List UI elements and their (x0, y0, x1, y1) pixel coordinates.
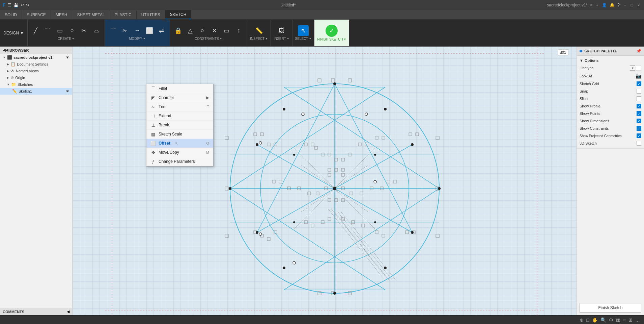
look-at-label: Look At (580, 74, 592, 78)
show-points-checkbox[interactable]: ✓ (637, 111, 641, 116)
scissors-icon[interactable]: ✂ (79, 25, 90, 36)
menu-item-fillet[interactable]: ⌒ Fillet (146, 84, 213, 93)
view-cube-icon[interactable]: □ (586, 317, 589, 323)
trim-icon[interactable]: ✁ (120, 25, 131, 36)
origin-status-icon[interactable]: ⊕ (580, 317, 584, 323)
finish-check-icon[interactable]: ✓ (326, 25, 338, 37)
palette-pin-icon[interactable]: 📌 (636, 49, 641, 53)
minimize-button[interactable]: − (622, 2, 628, 8)
tab-solid[interactable]: SOLID (0, 10, 22, 19)
grid-view-icon[interactable]: ▦ (616, 317, 620, 323)
canvas-area[interactable]: d01 (73, 47, 577, 315)
tab-surface[interactable]: SURFACE (22, 10, 51, 19)
show-constraints-checkbox[interactable]: ✓ (637, 126, 641, 131)
browser-item-doc-settings[interactable]: ▶ 📋 Document Settings (0, 61, 72, 68)
inspect-section-label[interactable]: INSPECT ▼ (250, 37, 268, 41)
browser-collapse-icon[interactable]: ◀◀ (3, 48, 8, 52)
line-icon[interactable]: ╱ (30, 25, 41, 36)
list-view-icon[interactable]: ≡ (623, 317, 626, 323)
browser-item-named-views[interactable]: ▶ 👁 Named Views (0, 68, 72, 74)
more-icon[interactable]: … (635, 317, 640, 323)
finish-sketch-palette-button[interactable]: Finish Sketch (580, 303, 641, 313)
zoom-icon[interactable]: 🔍 (600, 317, 606, 323)
rect2-icon[interactable]: ▭ (221, 25, 232, 36)
menu-item-break[interactable]: ⊥ Break (146, 121, 213, 130)
modify-section-label[interactable]: MODIFY ▼ (129, 37, 146, 41)
arrow2-icon[interactable]: ↕ (233, 25, 244, 36)
select-cursor-icon[interactable]: ↖ (298, 25, 309, 36)
save-icon[interactable]: 💾 (13, 3, 19, 7)
design-button[interactable]: DESIGN ▼ (0, 20, 28, 47)
account-icon[interactable]: 👤 (602, 3, 607, 7)
offset-icon[interactable]: ⬜ (144, 25, 155, 36)
arc-icon[interactable]: ⌒ (43, 25, 53, 36)
add-tab-icon[interactable]: ＋ (595, 2, 599, 8)
menu-item-offset[interactable]: ⬜ Offset ↖ O (146, 139, 213, 148)
svg-point-102 (384, 108, 387, 110)
tab-plastic[interactable]: PLASTIC (110, 10, 137, 19)
spline-icon[interactable]: ⌓ (91, 25, 102, 36)
insert-section-label[interactable]: INSERT ▼ (274, 37, 289, 41)
browser-item-project[interactable]: ▼ ⬛ sacredclockproject v1 👁 (0, 54, 72, 61)
browser-item-origin[interactable]: ▶ ⊕ Origin (0, 74, 72, 81)
fillet-icon[interactable]: ⌒ (108, 25, 118, 36)
settings-icon[interactable]: ⚙ (609, 317, 613, 323)
show-projected-checkbox[interactable]: ✓ (637, 133, 641, 138)
browser-item-sketches[interactable]: ▼ 📁 Sketches (0, 81, 72, 88)
menu-item-chamfer[interactable]: ◤ Chamfer ▶ (146, 93, 213, 102)
measure-icon[interactable]: 📏 (254, 25, 264, 36)
menu-item-sketch-scale[interactable]: ▦ Sketch Scale (146, 130, 213, 139)
comments-expand-icon[interactable]: ◀ (67, 309, 69, 314)
x-icon[interactable]: ✕ (209, 25, 220, 36)
sketch1-eye-icon[interactable]: 👁 (66, 89, 69, 93)
browser-eye-icon[interactable]: 👁 (66, 55, 69, 59)
show-dimensions-checkbox[interactable]: ✓ (637, 119, 641, 123)
close-button[interactable]: × (636, 2, 641, 8)
select-section-label[interactable]: SELECT ▼ (295, 37, 312, 41)
notification-icon[interactable]: 🔔 (610, 3, 615, 7)
tab-sheet-metal[interactable]: SHEET METAL (72, 10, 110, 19)
tab-sketch[interactable]: SKETCH (165, 10, 192, 19)
tab-utilities[interactable]: UTILITIES (137, 10, 165, 19)
redo-icon[interactable]: ↪ (26, 3, 29, 7)
slice-checkbox[interactable] (637, 96, 641, 101)
linetype-prev-button[interactable]: < (630, 65, 635, 71)
tab-mesh[interactable]: MESH (51, 10, 73, 19)
undo-icon[interactable]: ↩ (21, 3, 24, 7)
maximize-button[interactable]: □ (629, 2, 635, 8)
finish-sketch-section-label[interactable]: FINISH SKETCH ▼ (317, 38, 346, 41)
browser-item-sketch1[interactable]: ✏️ Sketch1 👁 (0, 88, 72, 95)
menu-item-extend[interactable]: ⊣ Extend (146, 111, 213, 121)
image-icon[interactable]: 🖼 (276, 25, 287, 36)
layout-icon[interactable]: ⊞ (628, 317, 633, 323)
menu-item-trim[interactable]: ✁ Trim T (146, 102, 213, 111)
lock-icon[interactable]: 🔒 (173, 25, 184, 36)
svg-rect-27 (225, 187, 228, 190)
circ-icon[interactable]: ○ (197, 25, 208, 36)
tri-icon[interactable]: △ (185, 25, 196, 36)
circle-icon[interactable]: ○ (67, 25, 78, 36)
menu-item-move-copy[interactable]: ✥ Move/Copy M (146, 148, 213, 157)
look-at-icon[interactable]: 📷 (636, 73, 641, 79)
constraints-section-label[interactable]: CONSTRAINTS ▼ (195, 37, 222, 41)
create-section-label[interactable]: CREATE ▼ (58, 37, 75, 41)
svg-rect-46 (341, 158, 344, 161)
help-icon[interactable]: ? (617, 3, 620, 7)
sketch-grid-checkbox[interactable]: ✓ (637, 81, 641, 86)
rect-icon[interactable]: ▭ (55, 25, 65, 36)
close-second-icon[interactable]: × (590, 3, 592, 7)
menu-item-change-params[interactable]: ƒ Change Parameters (146, 157, 213, 166)
extend-icon[interactable]: → (132, 25, 143, 36)
snap-checkbox[interactable] (637, 89, 641, 94)
svg-point-92 (333, 82, 336, 85)
mirror-icon[interactable]: ⇌ (156, 25, 167, 36)
linetype-next-button[interactable] (636, 65, 641, 71)
show-profile-checkbox[interactable]: ✓ (637, 104, 641, 108)
svg-rect-53 (416, 133, 419, 136)
3d-sketch-checkbox[interactable] (637, 141, 641, 146)
options-section-header[interactable]: ▼ Options (580, 57, 641, 64)
title-bar-left: F ☰ 💾 ↩ ↪ (3, 2, 29, 8)
sketch-canvas[interactable]: d01 (73, 47, 577, 315)
menu-icon[interactable]: ☰ (8, 3, 11, 7)
pan-icon[interactable]: ✋ (592, 317, 598, 323)
